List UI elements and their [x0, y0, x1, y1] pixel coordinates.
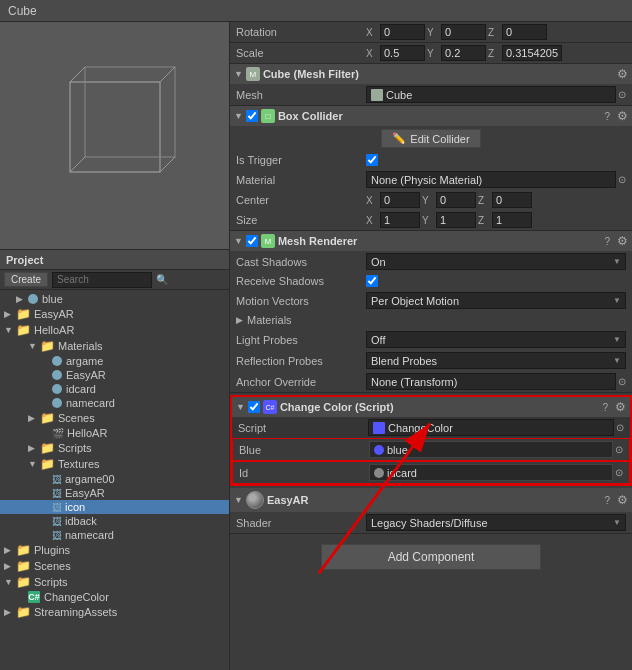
tree-item-blue[interactable]: ▶ blue [0, 292, 229, 306]
change-color-enabled[interactable] [248, 401, 260, 413]
receive-shadows-checkbox[interactable] [366, 275, 378, 287]
scale-x[interactable] [380, 45, 425, 61]
id-field: idcard [369, 464, 613, 481]
tree-item-easyar2[interactable]: EasyAR [0, 368, 229, 382]
search-icon: 🔍 [156, 274, 168, 285]
tree-item-streaming[interactable]: ▶ 📁 StreamingAssets [0, 604, 229, 620]
scale-z[interactable] [502, 45, 562, 61]
light-probes-dropdown[interactable]: Off ▼ [366, 331, 626, 348]
mesh-renderer-header[interactable]: ▼ M Mesh Renderer ? ⚙ [230, 231, 632, 251]
rotation-y[interactable] [441, 24, 486, 40]
cc-settings[interactable]: ⚙ [615, 400, 626, 414]
tree-item-idback[interactable]: 🖼 idback [0, 514, 229, 528]
tree-item-textures[interactable]: ▼ 📁 Textures [0, 456, 229, 472]
id-dot [374, 468, 384, 478]
center-z[interactable] [492, 192, 532, 208]
tree-item-idcard[interactable]: idcard [0, 382, 229, 396]
material-pick[interactable]: ⊙ [618, 174, 626, 185]
dropdown-arrow: ▼ [613, 518, 621, 527]
box-collider-enabled[interactable] [246, 110, 258, 122]
box-collider-header[interactable]: ▼ □ Box Collider ? ⚙ [230, 106, 632, 126]
tree-item-easyar[interactable]: ▶ 📁 EasyAR [0, 306, 229, 322]
tree-label: HelloAR [67, 427, 107, 439]
size-x[interactable] [380, 212, 420, 228]
materials-row[interactable]: ▶ Materials [230, 311, 632, 329]
edit-icon: ✏️ [392, 132, 406, 145]
y-label: Y [427, 48, 439, 59]
tree-item-scripts2[interactable]: ▼ 📁 Scripts [0, 574, 229, 590]
tree-item-materials[interactable]: ▼ 📁 Materials [0, 338, 229, 354]
rotation-row: Rotation X Y Z [230, 22, 632, 43]
material-field: None (Physic Material) [366, 171, 616, 188]
rotation-x[interactable] [380, 24, 425, 40]
tree-item-namecard[interactable]: namecard [0, 396, 229, 410]
add-component-button[interactable]: Add Component [321, 544, 541, 570]
bc-settings[interactable]: ⚙ [617, 109, 628, 123]
tree-item-scripts[interactable]: ▶ 📁 Scripts [0, 440, 229, 456]
center-y[interactable] [436, 192, 476, 208]
folder-icon: 📁 [40, 441, 55, 455]
add-component-container: Add Component [230, 534, 632, 580]
anchor-override-row: Anchor Override None (Transform) ⊙ [230, 371, 632, 392]
top-bar: Cube [0, 0, 632, 22]
mesh-filter-title: Cube (Mesh Filter) [263, 68, 614, 80]
tree-item-argame[interactable]: argame [0, 354, 229, 368]
search-input[interactable] [52, 272, 152, 288]
mesh-pick-icon[interactable]: ⊙ [618, 89, 626, 100]
tree-item-helloar-scene[interactable]: 🎬 HelloAR [0, 426, 229, 440]
svg-line-5 [70, 157, 85, 172]
shader-dropdown[interactable]: Legacy Shaders/Diffuse ▼ [366, 514, 626, 531]
bc-col-btn[interactable]: ? [604, 111, 610, 122]
blue-field: blue [369, 441, 613, 458]
easyar-header[interactable]: ▼ EasyAR ? ⚙ [230, 488, 632, 512]
cc-col[interactable]: ? [602, 402, 608, 413]
rotation-z[interactable] [502, 24, 547, 40]
tree-item-namecard2[interactable]: 🖼 namecard [0, 528, 229, 542]
project-tree[interactable]: ▶ blue ▶ 📁 EasyAR ▼ 📁 HelloAR [0, 290, 229, 670]
cast-shadows-dropdown[interactable]: On ▼ [366, 253, 626, 270]
tree-item-scenes[interactable]: ▶ 📁 Scenes [0, 410, 229, 426]
dropdown-arrow: ▼ [613, 296, 621, 305]
mesh-filter-settings[interactable]: ⚙ [617, 67, 628, 81]
tree-item-scenes2[interactable]: ▶ 📁 Scenes [0, 558, 229, 574]
mesh-filter-section: ▼ M Cube (Mesh Filter) ⚙ Mesh Cube ⊙ [230, 64, 632, 106]
size-y[interactable] [436, 212, 476, 228]
create-button[interactable]: Create [4, 272, 48, 287]
tree-item-easyar3[interactable]: 🖼 EasyAR [0, 486, 229, 500]
material-row: Material None (Physic Material) ⊙ [230, 169, 632, 190]
mesh-filter-header[interactable]: ▼ M Cube (Mesh Filter) ⚙ [230, 64, 632, 84]
tree-item-argame00[interactable]: 🖼 argame00 [0, 472, 229, 486]
center-x[interactable] [380, 192, 420, 208]
folder-icon: 📁 [16, 307, 31, 321]
tree-item-plugins[interactable]: ▶ 📁 Plugins [0, 542, 229, 558]
reflection-probes-dropdown[interactable]: Blend Probes ▼ [366, 352, 626, 369]
box-collider-title: Box Collider [278, 110, 602, 122]
id-pick[interactable]: ⊙ [615, 467, 623, 478]
is-trigger-checkbox[interactable] [366, 154, 378, 166]
tree-item-icon[interactable]: 🖼 icon [0, 500, 229, 514]
motion-vectors-dropdown[interactable]: Per Object Motion ▼ [366, 292, 626, 309]
tree-label: Materials [58, 340, 103, 352]
change-color-title: Change Color (Script) [280, 401, 600, 413]
material-label: Material [236, 174, 366, 186]
blue-pick[interactable]: ⊙ [615, 444, 623, 455]
mesh-renderer-enabled[interactable] [246, 235, 258, 247]
tree-item-helloar[interactable]: ▼ 📁 HelloAR [0, 322, 229, 338]
ea-settings[interactable]: ⚙ [617, 493, 628, 507]
ea-col[interactable]: ? [604, 495, 610, 506]
change-color-header[interactable]: ▼ C# Change Color (Script) ? ⚙ [232, 397, 630, 417]
folder-icon: 📁 [16, 605, 31, 619]
reflection-probes-label: Reflection Probes [236, 355, 366, 367]
scale-y[interactable] [441, 45, 486, 61]
mr-settings[interactable]: ⚙ [617, 234, 628, 248]
tree-label: EasyAR [34, 308, 74, 320]
foldout-icon: ▼ [234, 69, 243, 79]
mr-col[interactable]: ? [604, 236, 610, 247]
edit-collider-row: ✏️ Edit Collider [230, 126, 632, 151]
script-pick[interactable]: ⊙ [616, 422, 624, 433]
size-z[interactable] [492, 212, 532, 228]
anchor-pick[interactable]: ⊙ [618, 376, 626, 387]
edit-collider-button[interactable]: ✏️ Edit Collider [381, 129, 480, 148]
tree-item-changecolor[interactable]: C# ChangeColor [0, 590, 229, 604]
tree-label: namecard [65, 529, 114, 541]
